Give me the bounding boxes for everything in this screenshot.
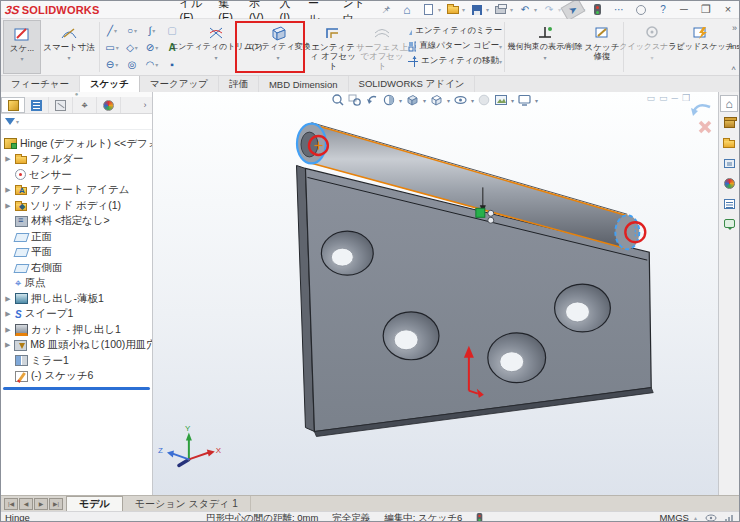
- hide-show-items-icon[interactable]: [453, 93, 468, 107]
- smart-dimension-caret[interactable]: ▾: [67, 54, 70, 61]
- spline-tool-icon[interactable]: ∫▾: [149, 25, 156, 36]
- doc-new-window-icon[interactable]: ▭: [647, 93, 656, 103]
- tree-item-sensors[interactable]: センサー: [1, 167, 152, 183]
- smart-dimension-button[interactable]: スマート寸法 ▾: [41, 20, 97, 74]
- task-pane-file-explorer-tab[interactable]: [720, 135, 738, 152]
- tab-solidworks-addins[interactable]: SOLIDWORKS アドイン: [349, 76, 476, 92]
- open-caret[interactable]: ▾: [462, 6, 465, 13]
- expand-arrow-icon[interactable]: ▶: [4, 326, 12, 334]
- sketch-caret[interactable]: ▾: [20, 55, 23, 62]
- offset-on-surface-button[interactable]: サーフェス上 でオフセット: [356, 20, 408, 74]
- countersink-hole[interactable]: [488, 333, 546, 383]
- expand-arrow-icon[interactable]: ▶: [4, 295, 12, 303]
- tree-item-front-plane[interactable]: 正面: [1, 229, 152, 245]
- line-tool-icon[interactable]: ╱▾: [107, 25, 117, 36]
- convert-caret[interactable]: ▾: [276, 54, 279, 61]
- offset-entities-button[interactable]: エンティティ オフセット: [310, 20, 356, 74]
- expand-arrow-icon[interactable]: ▶: [4, 186, 12, 194]
- restore-button[interactable]: ❐: [695, 3, 717, 16]
- orientation-caret[interactable]: ▾: [423, 97, 426, 104]
- perimeter-circle-tool-icon[interactable]: ◎: [128, 59, 137, 70]
- display-style-icon[interactable]: [429, 93, 444, 107]
- task-pane-view-palette-tab[interactable]: [720, 155, 738, 172]
- minimize-button[interactable]: ─: [673, 3, 695, 16]
- tree-item-sketch6[interactable]: (-) スケッチ6: [1, 369, 152, 385]
- tree-item-cut-extrude1[interactable]: ▶カット - 押し出し1: [1, 322, 152, 338]
- countersink-hole[interactable]: [555, 284, 611, 332]
- tab-model[interactable]: モデル: [66, 496, 123, 511]
- undo-caret[interactable]: ▾: [534, 6, 537, 13]
- quick-snaps-caret[interactable]: ▾: [650, 54, 653, 61]
- task-pane-custom-properties-tab[interactable]: [720, 195, 738, 212]
- ribbon-collapse-button[interactable]: ˄: [731, 64, 736, 73]
- convert-entities-button[interactable]: エンティティ変換 ▾: [246, 20, 310, 74]
- tree-item-solid-bodies[interactable]: ▶◆ソリッド ボディ(1): [1, 198, 152, 214]
- rectangle-tool-icon[interactable]: ▭▾: [105, 42, 118, 53]
- expand-arrow-icon[interactable]: ▶: [4, 202, 12, 210]
- move-entities-button[interactable]: エンティティの移動 ▾: [408, 55, 502, 67]
- undo-icon[interactable]: ↶: [515, 2, 535, 17]
- repair-sketch-button[interactable]: スケッチ 修復: [583, 20, 621, 74]
- help-icon[interactable]: ?: [653, 2, 673, 17]
- tree-item-countersink-hole[interactable]: ▶M8 皿頭小ねじ(100)用皿穴1: [1, 338, 152, 354]
- open-icon[interactable]: [443, 2, 463, 17]
- tree-item-folder[interactable]: ▶フォルダー: [1, 152, 152, 168]
- circle-tool-icon[interactable]: ○▾: [127, 25, 137, 36]
- tree-item-mirror1[interactable]: ミラー1: [1, 353, 152, 369]
- expand-arrow-icon[interactable]: ▶: [4, 341, 11, 349]
- scroll-next-icon[interactable]: ▶: [34, 498, 48, 510]
- tab-markup[interactable]: マークアップ: [140, 76, 219, 92]
- rollback-bar[interactable]: [3, 387, 150, 390]
- tree-item-annotations[interactable]: ▶Aアノテート アイテム: [1, 183, 152, 199]
- zoom-to-area-icon[interactable]: [348, 93, 362, 107]
- view-settings-icon[interactable]: [517, 93, 532, 107]
- expand-arrow-icon[interactable]: ▶: [4, 155, 12, 163]
- scroll-last-icon[interactable]: ▶|: [49, 498, 63, 510]
- tree-item-right-plane[interactable]: 右側面: [1, 260, 152, 276]
- quick-snaps-button[interactable]: クイックスナップ ▾: [626, 20, 678, 74]
- select-tool-icon[interactable]: ➤: [561, 0, 586, 21]
- tree-item-sweep1[interactable]: ▶Sスイープ1: [1, 307, 152, 323]
- graphics-viewport[interactable]: Y X Z ▾ ▾ ▾ ▾ ▾: [153, 92, 718, 495]
- status-units[interactable]: MMGS: [659, 512, 689, 522]
- edit-appearance-icon[interactable]: [477, 93, 491, 107]
- tab-motion-study[interactable]: モーション スタディ 1: [123, 496, 251, 511]
- sketch-button[interactable]: スケ... ▾: [3, 20, 41, 74]
- pattern-caret[interactable]: ▾: [499, 43, 502, 50]
- new-caret[interactable]: ▾: [438, 6, 441, 13]
- countersink-hole[interactable]: [321, 231, 373, 275]
- save-icon[interactable]: [467, 2, 487, 17]
- scene-caret[interactable]: ▾: [511, 97, 514, 104]
- rebuild-traffic-light-icon[interactable]: [587, 2, 607, 17]
- home-icon[interactable]: ⌂: [397, 2, 417, 17]
- property-manager-tab[interactable]: [25, 97, 49, 113]
- mirror-entities-button[interactable]: エンティティのミラー: [408, 25, 502, 37]
- feature-manager-tree-tab[interactable]: [1, 97, 25, 113]
- trim-caret[interactable]: ▾: [214, 54, 217, 61]
- task-pane-home-tab[interactable]: ⌂: [720, 95, 738, 112]
- user-account-icon[interactable]: [631, 2, 651, 17]
- point-tool-icon[interactable]: ▪: [170, 59, 174, 70]
- print-icon[interactable]: [491, 2, 511, 17]
- exit-sketch-icon[interactable]: [691, 105, 710, 116]
- trim-entities-button[interactable]: エンティティのトリム(T) ▾: [186, 20, 246, 74]
- previous-view-icon[interactable]: [365, 93, 379, 107]
- tree-item-top-plane[interactable]: 平面: [1, 245, 152, 261]
- configuration-manager-tab[interactable]: [49, 97, 73, 113]
- apply-scene-icon[interactable]: [494, 93, 508, 107]
- task-pane-appearances-tab[interactable]: [720, 175, 738, 192]
- tab-evaluate[interactable]: 評価: [219, 76, 259, 92]
- hide-show-caret[interactable]: ▾: [471, 97, 474, 104]
- doc-minimize-icon[interactable]: ─: [672, 93, 678, 103]
- doc-tile-icon[interactable]: ▭: [659, 93, 668, 103]
- countersink-hole[interactable]: [383, 312, 439, 360]
- tree-item-material[interactable]: 材料 <指定なし>: [1, 214, 152, 230]
- display-delete-relations-button[interactable]: 幾何拘束の表示/削除 ▾: [507, 20, 583, 74]
- straight-slot-tool-icon[interactable]: ⊖▾: [106, 59, 118, 70]
- display-manager-tab[interactable]: [97, 97, 121, 113]
- zoom-to-fit-icon[interactable]: [331, 93, 345, 107]
- move-caret[interactable]: ▾: [499, 58, 502, 65]
- print-caret[interactable]: ▾: [510, 6, 513, 13]
- fillet-tool-icon[interactable]: ◠▾: [146, 59, 159, 70]
- view-settings-caret[interactable]: ▾: [535, 97, 538, 104]
